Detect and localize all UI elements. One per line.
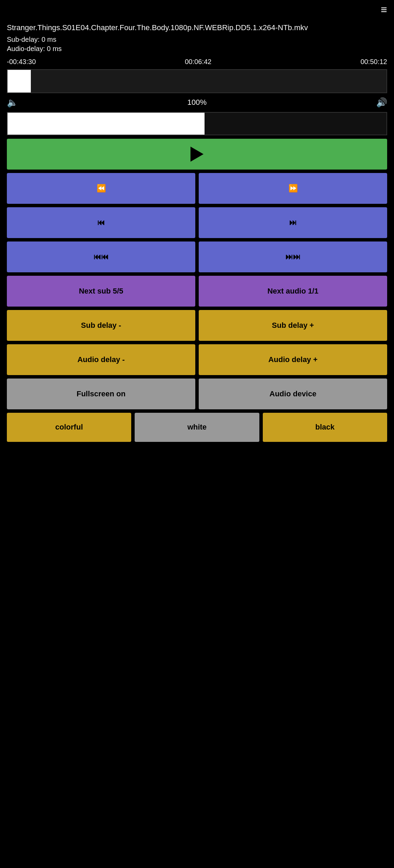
audio-delay-plus-label: Audio delay + <box>268 355 318 364</box>
sub-delay-plus-button[interactable]: Sub delay + <box>199 310 387 341</box>
volume-percent: 100% <box>187 98 207 107</box>
next-sub-label: Next sub 5/5 <box>79 287 123 296</box>
volume-bar-container[interactable] <box>7 112 387 135</box>
audio-device-button[interactable]: Audio device <box>199 379 387 409</box>
audio-delay: Audio-delay: 0 ms <box>7 45 387 53</box>
skip-back-button[interactable]: ⏮ <box>7 207 195 238</box>
theme-black-label: black <box>315 423 334 432</box>
skip-far-forward-button[interactable]: ⏭⏭ <box>199 241 387 272</box>
file-name: Stranger.Things.S01E04.Chapter.Four.The.… <box>7 23 387 33</box>
skip-forward-button[interactable]: ⏭ <box>199 207 387 238</box>
audio-device-label: Audio device <box>270 389 317 398</box>
play-triangle-icon <box>190 147 204 162</box>
progress-bar-container[interactable] <box>7 69 387 93</box>
sub-delay-plus-label: Sub delay + <box>272 321 314 330</box>
sub-delay: Sub-delay: 0 ms <box>7 36 387 44</box>
volume-high-icon: 🔊 <box>376 97 387 108</box>
time-row: -00:43:30 00:06:42 00:50:12 <box>0 56 394 68</box>
fullscreen-label: Fullscreen on <box>76 389 125 398</box>
audio-delay-label: Audio-delay: <box>7 45 45 52</box>
next-sub-button[interactable]: Next sub 5/5 <box>7 276 195 307</box>
time-current: 00:06:42 <box>185 58 211 66</box>
theme-colorful-label: colorful <box>55 423 83 432</box>
fullscreen-button[interactable]: Fullscreen on <box>7 379 195 409</box>
progress-indicator <box>8 70 31 92</box>
sub-delay-label: Sub-delay: <box>7 36 40 43</box>
skip-far-forward-icon: ⏭⏭ <box>285 252 300 261</box>
volume-row: 🔈 100% 🔊 <box>0 95 394 111</box>
theme-black-button[interactable]: black <box>263 413 387 442</box>
sub-delay-minus-label: Sub delay - <box>81 321 121 330</box>
next-audio-button[interactable]: Next audio 1/1 <box>199 276 387 307</box>
theme-white-button[interactable]: white <box>135 413 259 442</box>
header: ≡ <box>0 0 394 20</box>
volume-empty <box>205 113 386 135</box>
control-buttons-grid: ⏪ ⏩ ⏮ ⏭ ⏮⏮ ⏭⏭ Next sub 5/5 Next audio 1/… <box>0 173 394 409</box>
play-button-container <box>7 139 387 170</box>
skip-forward-icon: ⏭ <box>289 218 297 227</box>
theme-colorful-button[interactable]: colorful <box>7 413 131 442</box>
menu-icon[interactable]: ≡ <box>381 3 387 16</box>
theme-buttons-row: colorful white black <box>0 413 394 442</box>
audio-delay-minus-button[interactable]: Audio delay - <box>7 344 195 375</box>
time-left: -00:43:30 <box>7 58 36 66</box>
skip-far-back-icon: ⏮⏮ <box>94 252 109 261</box>
volume-low-icon: 🔈 <box>7 97 18 108</box>
rewind-button[interactable]: ⏪ <box>7 173 195 204</box>
audio-delay-plus-button[interactable]: Audio delay + <box>199 344 387 375</box>
fast-forward-icon: ⏩ <box>288 184 298 193</box>
rewind-icon: ⏪ <box>97 184 106 193</box>
file-info: Stranger.Things.S01E04.Chapter.Four.The.… <box>0 20 394 56</box>
volume-fill <box>8 113 205 135</box>
skip-far-back-button[interactable]: ⏮⏮ <box>7 241 195 272</box>
fast-forward-button[interactable]: ⏩ <box>199 173 387 204</box>
time-total: 00:50:12 <box>360 58 387 66</box>
play-button[interactable] <box>7 139 387 170</box>
next-audio-label: Next audio 1/1 <box>267 287 318 296</box>
theme-white-label: white <box>187 423 207 432</box>
sub-delay-minus-button[interactable]: Sub delay - <box>7 310 195 341</box>
audio-delay-minus-label: Audio delay - <box>77 355 125 364</box>
skip-back-icon: ⏮ <box>97 218 105 227</box>
